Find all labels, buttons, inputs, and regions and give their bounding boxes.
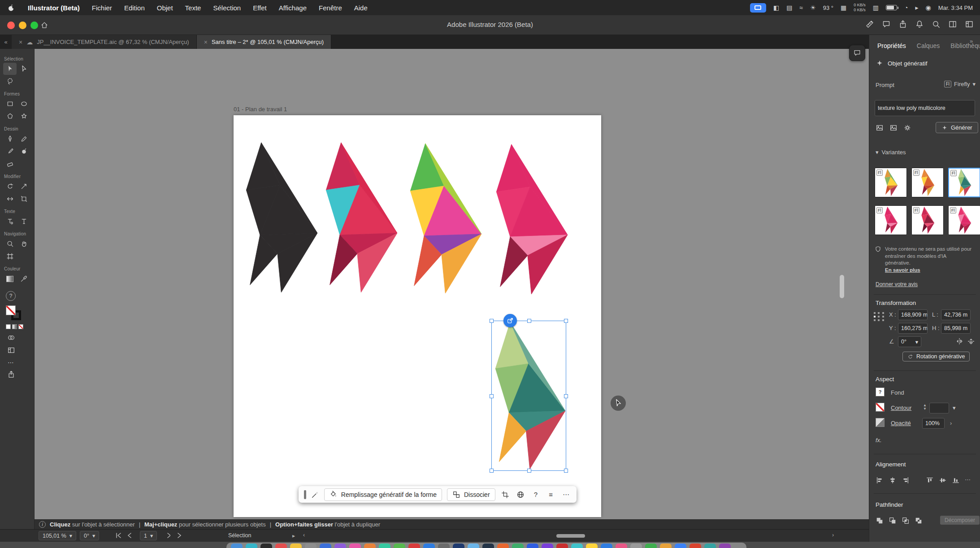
align-left-icon[interactable]	[876, 476, 884, 484]
menu-app-name[interactable]: Illustrator (Beta)	[28, 4, 80, 12]
close-tab-icon[interactable]: ×	[19, 39, 22, 46]
temperature-readout[interactable]: 93 °	[823, 4, 833, 11]
dock-app-icon[interactable]	[630, 544, 642, 548]
workspace-switcher-icon[interactable]	[965, 20, 974, 29]
dock-app-icon[interactable]	[408, 544, 420, 548]
display-status-icon[interactable]: ▤	[786, 4, 792, 11]
decompose-button[interactable]: Décomposer	[940, 516, 980, 525]
dock-app-icon[interactable]	[704, 544, 716, 548]
share-icon[interactable]	[898, 20, 907, 29]
canvas-horizontal-scrollbar[interactable]	[556, 534, 585, 538]
opacity-input[interactable]: 100%	[922, 418, 945, 429]
artwork-arrow-pink-teal[interactable]	[322, 143, 397, 292]
eraser-tool[interactable]	[3, 158, 17, 170]
selection-bounding-box[interactable]	[491, 321, 566, 471]
align-center-h-icon[interactable]	[889, 476, 897, 484]
menu-item-fichier[interactable]: Fichier	[92, 4, 112, 12]
model-name[interactable]: Firefly	[954, 81, 970, 87]
toolbar-export-icon[interactable]	[7, 370, 15, 378]
y-input[interactable]: 160,275 m	[898, 323, 928, 334]
artboard-tool[interactable]	[3, 250, 17, 262]
variant-thumbnail-4[interactable]: Fl	[875, 205, 907, 235]
dock-app-icon[interactable]	[379, 544, 390, 548]
align-top-icon[interactable]	[926, 476, 934, 484]
menu-clock[interactable]: Mar. 3:34 PM	[938, 4, 973, 11]
dock-app-icon[interactable]	[453, 544, 464, 548]
pencil-tool[interactable]	[17, 133, 30, 145]
dock-app-icon[interactable]	[364, 544, 376, 548]
rotation-select[interactable]: 0°▾	[80, 531, 99, 540]
dock-app-icon[interactable]	[246, 544, 257, 548]
variant-thumbnail-3-selected[interactable]: Fl	[948, 168, 980, 197]
prompt-input[interactable]	[875, 100, 975, 116]
taskbar-drag-handle[interactable]	[304, 490, 306, 499]
dock-app-icon[interactable]	[275, 544, 287, 548]
toolbar-help-button[interactable]: ?	[6, 291, 16, 301]
none-chip[interactable]	[18, 324, 23, 329]
notifications-bell-icon[interactable]	[915, 20, 924, 29]
scroll-left-icon[interactable]: ‹	[303, 532, 305, 538]
stroke-weight-stepper[interactable]: ▲▼	[923, 404, 927, 411]
battery-icon[interactable]	[886, 5, 897, 10]
dock-app-icon[interactable]	[660, 544, 672, 548]
gradient-chip[interactable]	[12, 324, 17, 329]
rotate-tool[interactable]	[3, 180, 17, 192]
pathfinder-unite-icon[interactable]	[876, 517, 884, 525]
generate-button[interactable]: Générer	[936, 122, 978, 133]
pathfinder-minus-front-icon[interactable]	[889, 517, 897, 525]
scroll-right-icon[interactable]: ›	[832, 532, 834, 538]
menu-item-affichage[interactable]: Affichage	[279, 4, 307, 12]
document-tab-sans-titre[interactable]: × Sans titre – 2* @ 105,01 % (CMJN/Aperç…	[197, 35, 331, 49]
fill-color-swatch[interactable]: ?	[876, 387, 885, 396]
opacity-label[interactable]: Opacité	[891, 420, 911, 426]
panel-tab-calques[interactable]: Calques	[917, 42, 940, 49]
height-input[interactable]: 85,998 m	[941, 323, 971, 334]
align-right-icon[interactable]	[902, 476, 910, 484]
pen-tool[interactable]	[3, 133, 17, 145]
polygon-tool[interactable]	[3, 110, 17, 122]
pathfinder-exclude-icon[interactable]	[915, 517, 923, 525]
dock-app-icon[interactable]	[482, 544, 494, 548]
zoom-tool[interactable]	[3, 238, 17, 250]
fill-swatch[interactable]	[6, 305, 16, 315]
chevron-down-icon[interactable]: ▾	[972, 81, 976, 87]
selection-handle-br[interactable]	[564, 469, 568, 473]
collapse-left-icon[interactable]: «	[0, 35, 12, 49]
touch-type-tool[interactable]	[3, 215, 17, 227]
document-tab-invoice[interactable]: × ☁ JP__INVOICE_TEMPLATE.aic @ 67,32 % (…	[12, 35, 197, 49]
rectangle-tool[interactable]	[3, 98, 17, 110]
variant-thumbnail-1[interactable]: Fl	[875, 168, 907, 197]
menu-item-selection[interactable]: Sélection	[213, 4, 241, 12]
shape-builder-icon[interactable]	[7, 334, 15, 342]
network-status-icon[interactable]: ≈	[799, 4, 803, 11]
menu-item-aide[interactable]: Aide	[354, 4, 368, 12]
artwork-arrow-pink[interactable]	[493, 144, 568, 294]
dock-app-icon[interactable]	[290, 544, 302, 548]
align-middle-v-icon[interactable]	[939, 476, 947, 484]
dock-app-icon[interactable]	[334, 544, 346, 548]
comments-float-button[interactable]	[849, 45, 865, 61]
stroke-weight-input[interactable]	[929, 403, 949, 413]
selection-handle-mr[interactable]	[564, 394, 568, 398]
artwork-arrow-black[interactable]	[243, 143, 317, 292]
close-tab-icon[interactable]: ×	[204, 39, 208, 46]
arrange-documents-icon[interactable]	[948, 20, 957, 29]
control-center-icon[interactable]: ◔	[904, 4, 908, 11]
angle-select[interactable]: 0°▾	[898, 336, 921, 347]
star-tool[interactable]	[17, 110, 30, 122]
selection-handle-tl[interactable]	[490, 319, 494, 323]
dock-app-icon[interactable]	[645, 544, 657, 548]
dock-app-icon[interactable]	[689, 544, 701, 548]
ellipse-tool[interactable]	[17, 98, 30, 110]
width-input[interactable]: 42,736 m	[941, 309, 971, 320]
dock-app-icon[interactable]	[542, 544, 553, 548]
dock-app-icon[interactable]	[527, 544, 538, 548]
canvas-vertical-scrollbar[interactable]	[840, 275, 844, 298]
selected-artwork-arrow[interactable]	[492, 321, 565, 470]
camera-status-icon[interactable]: ◧	[773, 4, 779, 11]
dock-app-icon[interactable]	[305, 544, 317, 548]
more-tools-icon[interactable]: ⋯	[8, 359, 31, 366]
screen-record-status-icon[interactable]	[750, 3, 766, 13]
weather-status-icon[interactable]: ☀	[810, 4, 816, 11]
globe-icon[interactable]	[515, 489, 525, 500]
